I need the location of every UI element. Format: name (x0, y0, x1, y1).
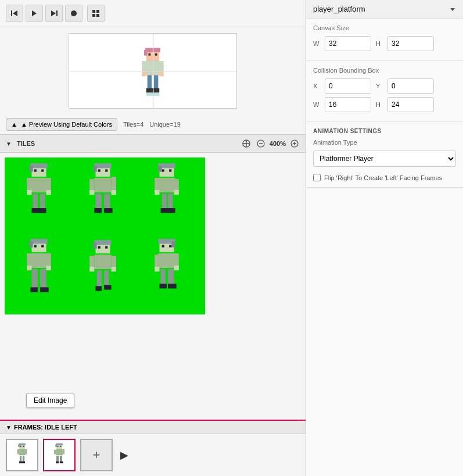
preview-default-colors-button[interactable]: ▲ ▲ Preview Using Default Colors (6, 118, 117, 131)
svg-rect-80 (29, 241, 33, 247)
left-panel: ▲ ▲ Preview Using Default Colors Tiles=4… (0, 0, 306, 476)
svg-rect-137 (58, 446, 59, 447)
svg-rect-83 (30, 253, 47, 268)
svg-rect-119 (168, 269, 174, 284)
svg-rect-114 (155, 255, 159, 267)
add-tile-button[interactable] (241, 138, 252, 149)
grid-button[interactable] (87, 5, 105, 22)
svg-rect-60 (95, 194, 101, 208)
svg-rect-6 (92, 10, 95, 13)
svg-rect-66 (158, 166, 161, 171)
tile-cell-6[interactable] (135, 236, 198, 300)
canvas-size-section: Canvas Size W H (306, 19, 463, 61)
svg-point-5 (71, 10, 77, 16)
svg-rect-103 (111, 267, 116, 271)
col-x-input[interactable] (325, 78, 371, 94)
svg-marker-1 (13, 10, 17, 16)
svg-rect-41 (30, 178, 47, 192)
tiles-scroll[interactable] (0, 153, 306, 350)
svg-rect-139 (56, 449, 63, 455)
svg-rect-43 (46, 178, 51, 190)
svg-rect-123 (19, 443, 26, 445)
svg-rect-124 (18, 445, 20, 447)
svg-rect-58 (89, 190, 94, 195)
edit-image-button[interactable]: Edit Image (26, 393, 74, 408)
svg-rect-63 (104, 208, 113, 213)
svg-rect-85 (46, 253, 51, 266)
svg-rect-141 (63, 449, 64, 454)
svg-rect-120 (159, 284, 167, 288)
frame-thumb-2[interactable] (43, 439, 76, 471)
svg-rect-101 (111, 256, 116, 267)
col-w-input[interactable] (325, 97, 371, 112)
tile-cell-4[interactable] (8, 236, 70, 300)
right-panel-title: player_platform (313, 5, 365, 13)
record-button[interactable] (65, 5, 82, 22)
svg-rect-111 (161, 245, 164, 247)
svg-rect-93 (40, 287, 49, 292)
col-w-label: W (313, 101, 320, 108)
svg-rect-56 (89, 179, 94, 190)
anim-type-select[interactable]: Platformer Player (313, 151, 456, 167)
tile-cell-3[interactable] (135, 160, 198, 224)
col-y-input[interactable] (387, 78, 434, 94)
dropdown-chevron-icon[interactable] (449, 6, 456, 13)
play-button[interactable] (26, 5, 43, 22)
preview-info-bar: ▲ ▲ Preview Using Default Colors Tiles=4… (0, 114, 306, 134)
zoom-in-button[interactable] (289, 138, 300, 149)
add-frame-button[interactable]: + (80, 439, 113, 471)
svg-rect-7 (96, 10, 99, 13)
skip-back-button[interactable] (6, 5, 23, 22)
tiles-canvas (5, 158, 205, 314)
col-x-label: X (313, 83, 320, 90)
canvas-h-input[interactable] (387, 36, 434, 51)
plus-icon (290, 139, 299, 148)
svg-rect-107 (104, 285, 112, 289)
svg-rect-140 (54, 450, 56, 454)
tiles-header-right: 400% (241, 138, 300, 149)
svg-rect-135 (56, 443, 63, 445)
svg-rect-105 (104, 270, 109, 287)
svg-rect-69 (158, 178, 175, 192)
tile-sprite-2 (80, 163, 126, 221)
tile-cell-2[interactable] (71, 160, 134, 224)
skip-forward-button[interactable] (45, 5, 63, 22)
col-h-input[interactable] (387, 97, 434, 112)
svg-rect-47 (40, 194, 45, 208)
right-panel: player_platform Canvas Size W H Collisio… (306, 0, 463, 476)
animation-settings-section: ANIMATION SETTINGS Animation Type Platfo… (306, 122, 463, 188)
tile-sprite-1 (16, 163, 62, 221)
frame-thumb-1[interactable] (6, 439, 38, 471)
frames-chevron-icon[interactable]: ▼ (6, 424, 12, 431)
flip-checkbox[interactable] (313, 174, 321, 181)
svg-rect-116 (155, 267, 159, 271)
svg-rect-71 (174, 179, 178, 191)
svg-rect-132 (19, 461, 22, 463)
svg-marker-2 (32, 10, 37, 16)
svg-rect-52 (93, 166, 96, 171)
tile-cell-5[interactable] (71, 236, 134, 300)
frames-label: FRAMES: IDLE LEFT (14, 424, 77, 431)
svg-rect-133 (22, 461, 25, 463)
zoom-out-button[interactable] (256, 138, 266, 149)
preview-area (0, 27, 306, 114)
svg-rect-110 (171, 241, 175, 247)
svg-rect-82 (41, 245, 44, 247)
tiles-chevron-icon[interactable]: ▼ (6, 141, 12, 147)
svg-rect-40 (41, 169, 44, 171)
tiles-wrapper: Edit Image (0, 153, 306, 420)
svg-rect-127 (19, 449, 26, 455)
svg-rect-79 (30, 239, 47, 244)
svg-rect-67 (161, 169, 164, 171)
canvas-w-input[interactable] (325, 36, 371, 51)
zoom-level: 400% (270, 140, 286, 147)
svg-rect-129 (25, 449, 27, 454)
canvas-w-label: W (313, 40, 320, 47)
svg-rect-142 (56, 456, 59, 461)
tiles-count: Tiles=4 (123, 121, 143, 128)
tile-cell-1[interactable] (8, 160, 70, 224)
svg-rect-8 (92, 14, 95, 17)
svg-rect-77 (168, 208, 175, 213)
tile-sprite-5 (80, 239, 126, 297)
unique-count: Unique=19 (149, 121, 181, 128)
